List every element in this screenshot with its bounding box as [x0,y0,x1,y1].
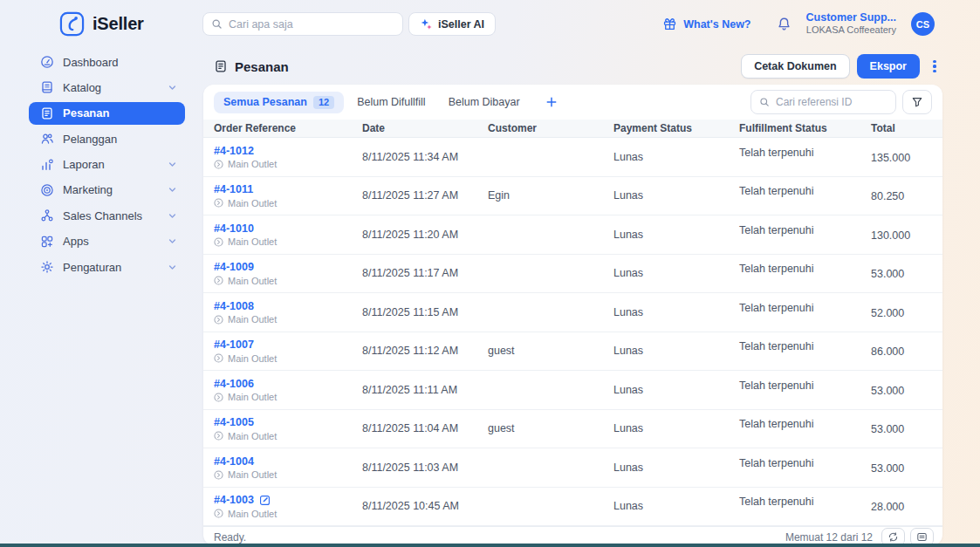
tab-count-badge: 12 [313,96,334,109]
account-name: Customer Supp... [806,11,896,25]
table-body: #4-1012Main Outlet8/11/2025 11:34 AMLuna… [203,138,942,526]
filter-button[interactable] [902,90,932,114]
sidebar-item-katalog[interactable]: Katalog [29,76,185,99]
column-header-payment-status[interactable]: Payment Status [613,122,739,134]
total-cell: 52.000 [871,307,932,319]
column-header-total[interactable]: Total [871,122,932,134]
sidebar-item-pesanan[interactable]: Pesanan [29,102,185,125]
list-icon [916,531,928,543]
export-button[interactable]: Ekspor [857,54,920,79]
order-reference-link[interactable]: #4-1009 [214,261,254,273]
table-row[interactable]: #4-1010Main Outlet8/11/2025 11:20 AMLuna… [203,215,942,255]
table-row[interactable]: #4-1008Main Outlet8/11/2025 11:15 AMLuna… [203,293,942,332]
outlet-row: Main Outlet [214,392,362,402]
sparkle-icon [420,17,433,31]
date-cell: 8/11/2025 11:20 AM [362,229,488,241]
total-cell: 80.250 [871,190,932,202]
column-header-fulfillment-status[interactable]: Fulfillment Status [739,122,871,134]
order-reference-link[interactable]: #4-1012 [214,145,254,157]
sidebar-item-label: Marketing [63,183,159,196]
table-row[interactable]: #4-1007Main Outlet8/11/2025 11:12 AMgues… [203,332,942,372]
reference-search [750,90,896,114]
payment-status-cell: Lunas [613,500,739,512]
table-row[interactable]: #4-1006Main Outlet8/11/2025 11:11 AMLuna… [203,371,942,410]
account-org: LOKASA Coffeeatery [806,24,896,37]
bell-icon[interactable] [777,17,792,31]
order-reference-cell: #4-1005Main Outlet [214,416,362,441]
date-cell: 8/11/2025 11:12 AM [362,345,488,357]
order-reference-line: #4-1012 [214,145,362,157]
order-reference-line: #4-1009 [214,261,362,273]
ai-button-label: iSeller AI [438,18,484,31]
outlet-icon [214,509,223,518]
sidebar-item-dashboard[interactable]: Dashboard [29,51,185,73]
sidebar-item-pelanggan[interactable]: Pelanggan [29,127,185,150]
outlet-name: Main Outlet [228,236,277,247]
column-header-date[interactable]: Date [362,122,488,134]
order-reference-link[interactable]: #4-1011 [214,183,253,195]
total-cell: 53.000 [871,268,932,280]
fulfillment-status-cell: Telah terpenuhi [739,457,871,469]
date-cell: 8/11/2025 11:17 AM [362,267,488,279]
tab-semua-pesanan[interactable]: Semua Pesanan12 [214,92,344,113]
pengaturan-icon [40,260,54,274]
outlet-icon [214,237,223,247]
load-count: Memuat 12 dari 12 [785,531,873,544]
sidebar-item-label: Pengaturan [63,261,159,274]
avatar[interactable]: CS [911,12,935,36]
customer-cell: Egin [488,189,613,202]
outlet-row: Main Outlet [214,236,362,247]
edit-icon[interactable] [259,495,271,506]
log-panel-button[interactable] [910,528,934,545]
sidebar-item-marketing[interactable]: Marketing [29,179,185,202]
order-reference-link[interactable]: #4-1005 [214,416,254,428]
tab-belum-dibayar[interactable]: Belum Dibayar [439,92,530,113]
brand[interactable]: iSeller [59,11,144,37]
order-reference-link[interactable]: #4-1004 [214,455,254,468]
account-menu[interactable]: Customer Supp... LOKASA Coffeeatery [806,11,896,37]
order-reference-link[interactable]: #4-1006 [214,378,254,390]
table-row[interactable]: #4-1012Main Outlet8/11/2025 11:34 AMLuna… [203,138,942,177]
table-row[interactable]: #4-1009Main Outlet8/11/2025 11:17 AMLuna… [203,255,942,294]
dashboard-icon [40,55,54,69]
total-cell: 86.000 [871,345,932,358]
column-header-customer[interactable]: Customer [488,122,613,134]
table-row[interactable]: #4-1011Main Outlet8/11/2025 11:27 AMEgin… [203,177,942,216]
global-search-input[interactable] [229,18,394,31]
bottom-bar [0,544,980,547]
table-row[interactable]: #4-1003Main Outlet8/11/2025 10:45 AMLuna… [203,488,942,527]
total-cell: 53.000 [871,385,932,397]
page-title: Pesanan [235,59,289,74]
fulfillment-status-cell: Telah terpenuhi [739,496,871,508]
total-cell: 28.000 [871,501,932,513]
date-cell: 8/11/2025 11:34 AM [362,151,488,163]
brand-name: iSeller [93,14,144,34]
main-content: Pesanan Cetak Dokumen Ekspor Semua Pesan… [203,48,942,547]
outlet-row: Main Outlet [214,198,362,209]
reference-search-input[interactable] [776,96,887,108]
sidebar-item-sales-channels[interactable]: Sales Channels [29,204,185,227]
kebab-menu-icon[interactable] [927,56,942,77]
order-reference-line: #4-1003 [214,494,362,506]
sidebar-item-apps[interactable]: Apps [29,230,185,253]
fulfillment-status-cell: Telah terpenuhi [739,302,871,314]
tab-belum-difullfill[interactable]: Belum Difullfill [347,92,435,113]
whats-new-button[interactable]: What's New? [662,17,750,31]
order-reference-link[interactable]: #4-1008 [214,300,254,312]
sidebar-item-laporan[interactable]: Laporan [29,154,185,176]
total-cell: 135.000 [871,152,932,164]
order-reference-link[interactable]: #4-1010 [214,222,254,235]
order-reference-link[interactable]: #4-1003 [214,494,254,506]
table-row[interactable]: #4-1004Main Outlet8/11/2025 11:03 AMLuna… [203,448,942,488]
pesanan-icon [40,106,54,120]
sidebar-item-pengaturan[interactable]: Pengaturan [29,256,185,278]
order-reference-link[interactable]: #4-1007 [214,338,254,351]
print-documents-button[interactable]: Cetak Dokumen [741,54,849,79]
search-icon [211,18,223,30]
order-reference-cell: #4-1011Main Outlet [214,183,362,209]
add-view-button[interactable] [540,91,563,113]
column-header-order-reference[interactable]: Order Reference [214,122,362,134]
table-row[interactable]: #4-1005Main Outlet8/11/2025 11:04 AMgues… [203,410,942,449]
iseller-ai-button[interactable]: iSeller AI [408,12,496,36]
refresh-button[interactable] [881,528,905,545]
